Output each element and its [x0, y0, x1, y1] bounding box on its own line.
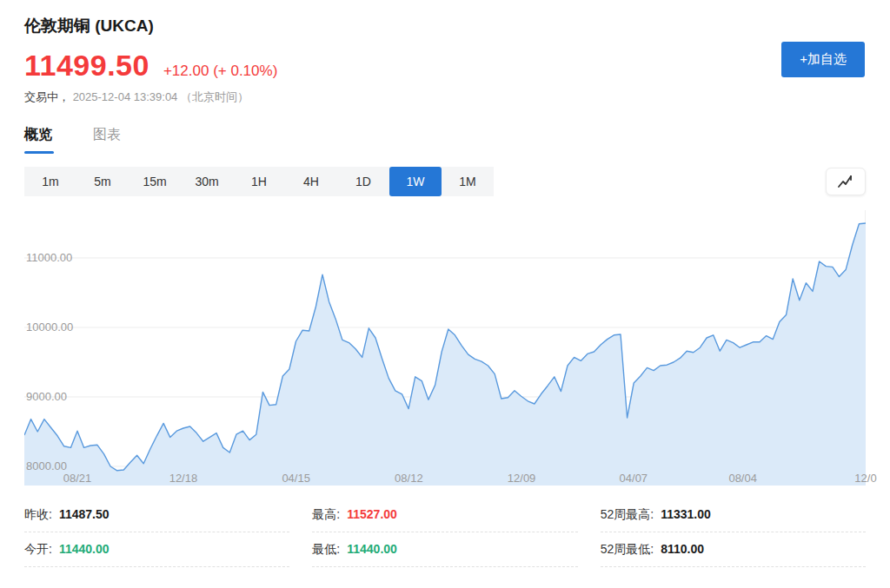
x-axis-label: 08/21 — [63, 472, 92, 485]
stat-label: 52周最高: — [601, 507, 654, 523]
y-axis-label: 8000.00 — [26, 459, 67, 472]
range-selector: 1m 5m 15m 30m 1H 4H 1D 1W 1M — [24, 167, 494, 196]
price-change: +12.00 (+ 0.10%) — [163, 63, 277, 80]
range-4h[interactable]: 4H — [285, 167, 337, 196]
stat-label: 今开: — [24, 542, 52, 558]
quote-datetime: 2025-12-04 13:39:04 — [73, 90, 178, 103]
tab-bar: 概览 图表 — [24, 126, 866, 154]
range-1m-month[interactable]: 1M — [442, 167, 494, 196]
stat-value: 11440.00 — [59, 542, 110, 556]
stat-prev-close: 昨收: 11487.50 — [24, 498, 289, 532]
range-1w[interactable]: 1W — [389, 167, 442, 196]
chart-type-button[interactable] — [826, 168, 866, 195]
stat-value: 11527.00 — [347, 507, 397, 521]
tab-chart[interactable]: 图表 — [93, 126, 121, 154]
x-axis-label: 04/07 — [620, 472, 648, 485]
quote-timezone: （北京时间） — [181, 90, 249, 103]
range-15m[interactable]: 15m — [129, 167, 181, 196]
stat-low: 最低: 11440.00 — [312, 532, 577, 567]
y-axis-label: 11000.00 — [26, 251, 72, 264]
x-axis-label: 12/18 — [169, 472, 198, 485]
x-axis-label: 08/04 — [728, 472, 757, 485]
stat-value: 11487.50 — [59, 507, 110, 521]
range-5m[interactable]: 5m — [76, 167, 129, 196]
y-axis-label: 10000.00 — [26, 320, 73, 334]
stat-open: 今开: 11440.00 — [24, 532, 289, 567]
y-axis-label: 9000.00 — [26, 390, 67, 403]
stat-value: 8110.00 — [661, 542, 704, 556]
stat-value: 11440.00 — [347, 542, 397, 556]
stat-label: 最低: — [312, 542, 340, 558]
status-row: 交易中， 2025-12-04 13:39:04 （北京时间） — [24, 89, 866, 105]
x-axis-label: 12/0 — [854, 472, 876, 485]
page-title: 伦敦期铜 (UKCA) — [24, 0, 866, 37]
last-price: 11499.50 — [24, 49, 149, 83]
stat-value: 11331.00 — [661, 507, 711, 521]
x-axis-label: 08/12 — [395, 472, 423, 485]
range-1m[interactable]: 1m — [24, 167, 76, 196]
tab-overview[interactable]: 概览 — [24, 126, 54, 154]
stat-label: 昨收: — [24, 507, 52, 523]
tab-chart-label: 图表 — [93, 127, 121, 142]
x-axis-label: 04/15 — [282, 472, 310, 485]
line-chart-icon — [837, 174, 854, 189]
chart-toolbar: 1m 5m 15m 30m 1H 4H 1D 1W 1M — [24, 167, 866, 196]
trading-status: 交易中， — [24, 90, 70, 103]
add-watchlist-button[interactable]: +加自选 — [781, 42, 865, 77]
quote-stats: 昨收: 11487.50 最高: 11527.00 52周最高: 11331.0… — [24, 498, 866, 567]
range-30m[interactable]: 30m — [181, 167, 233, 196]
x-axis-label: 12/09 — [508, 472, 536, 485]
price-area-chart[interactable]: 8000.009000.0010000.0011000.0008/2112/18… — [24, 210, 866, 486]
active-tab-underline — [24, 151, 54, 154]
chart-canvas — [24, 210, 866, 486]
stat-label: 52周最低: — [601, 542, 654, 558]
stat-high: 最高: 11527.00 — [312, 498, 577, 532]
price-row: 11499.50 +12.00 (+ 0.10%) — [24, 49, 866, 83]
tab-overview-label: 概览 — [24, 127, 52, 142]
range-1d[interactable]: 1D — [337, 167, 389, 196]
range-1h[interactable]: 1H — [233, 167, 285, 196]
area-fill — [24, 223, 866, 486]
stat-52w-high: 52周最高: 11331.00 — [601, 498, 866, 532]
quote-page: 伦敦期铜 (UKCA) 11499.50 +12.00 (+ 0.10%) 交易… — [0, 0, 890, 588]
stat-label: 最高: — [312, 507, 340, 523]
stat-52w-low: 52周最低: 8110.00 — [601, 532, 866, 567]
